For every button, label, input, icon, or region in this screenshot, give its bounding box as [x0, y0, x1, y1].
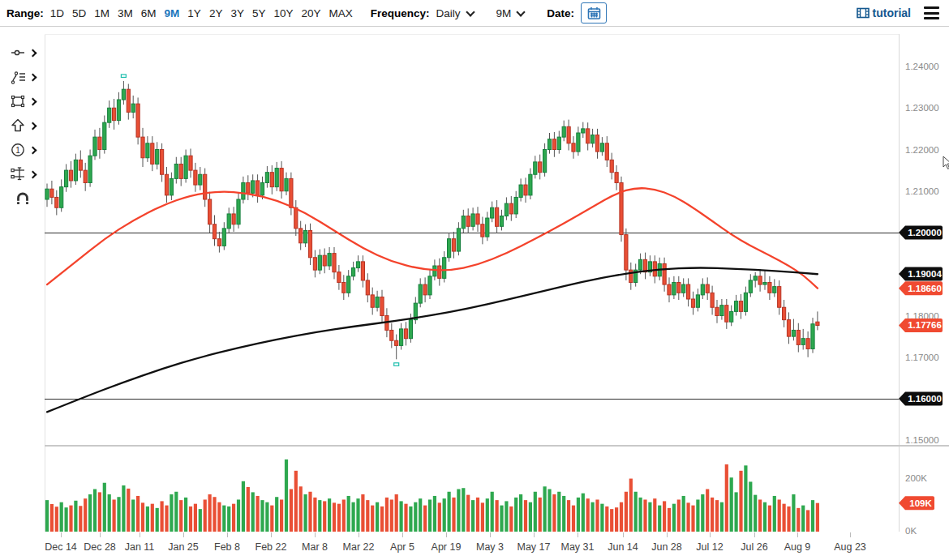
date-picker-button[interactable] — [581, 2, 607, 24]
volume-bar — [534, 492, 537, 532]
volume-bar — [342, 499, 346, 532]
candle — [189, 156, 192, 170]
candle — [562, 126, 565, 137]
volume-bar — [265, 502, 268, 532]
candle — [237, 199, 240, 224]
magnet-tool[interactable] — [14, 186, 32, 211]
period-select[interactable]: 9M — [496, 7, 525, 19]
candle — [242, 183, 245, 200]
candle — [778, 287, 781, 308]
volume-bar — [591, 502, 595, 532]
volume-bar — [668, 508, 671, 532]
range-6m[interactable]: 6M — [141, 7, 157, 19]
range-1m[interactable]: 1M — [94, 7, 110, 19]
volume-bar — [783, 504, 786, 532]
volume-bar — [55, 507, 58, 532]
volume-bar — [333, 502, 336, 532]
pattern-annotation-tool[interactable] — [10, 65, 36, 89]
date-label: Date: — [547, 7, 574, 19]
volume-bar — [93, 489, 97, 532]
candle — [572, 143, 575, 152]
volume-bar — [778, 499, 781, 532]
candle — [754, 276, 757, 280]
range-1d[interactable]: 1D — [50, 7, 64, 19]
indicator-settings-tool[interactable] — [10, 162, 36, 186]
volume-bar — [308, 492, 311, 532]
range-10y[interactable]: 10Y — [273, 7, 293, 19]
shape-tool[interactable] — [10, 89, 36, 113]
candle — [337, 272, 341, 283]
volume-bar — [318, 500, 321, 532]
price-chart-svg[interactable]: 1.240001.230001.220001.210001.180001.170… — [45, 27, 949, 560]
price-tick-label: 1.22000 — [905, 145, 939, 155]
candle — [615, 173, 618, 183]
volume-bar — [600, 504, 603, 532]
arrow-tool[interactable] — [10, 113, 36, 138]
volume-bar — [304, 494, 307, 532]
candle — [409, 320, 412, 339]
candle — [715, 307, 719, 315]
volume-bar — [170, 494, 173, 532]
volume-bar — [725, 464, 728, 532]
volume-bar — [194, 504, 197, 532]
volume-bar — [452, 498, 455, 532]
range-9m[interactable]: 9M — [165, 7, 180, 19]
volume-bar — [509, 507, 513, 532]
range-max[interactable]: MAX — [328, 7, 352, 19]
magnet-icon — [14, 190, 32, 207]
range-5y[interactable]: 5Y — [252, 7, 266, 19]
chart-area[interactable]: 1.240001.230001.220001.210001.180001.170… — [45, 27, 949, 560]
panel-separator[interactable] — [45, 445, 949, 447]
candle — [79, 160, 82, 170]
volume-bar — [199, 509, 202, 532]
trendline-tool[interactable] — [10, 41, 36, 65]
volume-bar — [797, 508, 800, 532]
candle — [462, 216, 465, 229]
range-1y[interactable]: 1Y — [187, 7, 201, 19]
date-label: Jul 26 — [741, 541, 767, 553]
candle — [98, 137, 101, 149]
volume-bar — [45, 500, 49, 532]
candle — [290, 178, 293, 207]
volume-bar — [347, 496, 350, 532]
volume-bar — [376, 502, 379, 532]
candle — [131, 104, 135, 112]
candle — [610, 160, 613, 172]
price-badge-label: 1.19004 — [908, 269, 942, 279]
candle — [600, 143, 603, 152]
candle — [313, 258, 316, 270]
candle — [582, 129, 585, 133]
candle — [400, 329, 403, 346]
candle — [668, 284, 671, 295]
volume-bar — [260, 500, 264, 532]
range-3y[interactable]: 3Y — [230, 7, 244, 19]
candle — [347, 276, 350, 293]
chevron-right-icon — [28, 170, 36, 178]
volume-bar — [643, 499, 646, 532]
volume-bar — [539, 498, 542, 532]
volume-bar — [625, 492, 628, 532]
volume-bar — [715, 500, 719, 532]
arrow-up-icon — [10, 118, 26, 134]
volume-bar — [811, 500, 814, 532]
range-3m[interactable]: 3M — [118, 7, 133, 19]
volume-bar — [217, 502, 221, 532]
date-label: Aug 9 — [784, 541, 811, 553]
candle — [141, 137, 144, 158]
menu-button[interactable] — [924, 5, 939, 20]
candle — [787, 320, 790, 337]
candle — [543, 150, 547, 173]
tutorial-link[interactable]: tutorial — [857, 6, 911, 19]
date-label: Dec 28 — [84, 541, 116, 553]
range-20y[interactable]: 20Y — [301, 7, 320, 19]
chevron-right-icon — [28, 146, 36, 154]
candle — [136, 104, 140, 137]
frequency-select[interactable]: Daily — [436, 7, 474, 19]
price-badge-label: 1.20000 — [908, 228, 942, 237]
range-2y[interactable]: 2Y — [209, 7, 223, 19]
number-annotation-tool[interactable]: 1 — [10, 138, 36, 162]
candle — [749, 280, 752, 293]
range-5d[interactable]: 5D — [72, 7, 86, 19]
candle — [251, 181, 255, 193]
volume-bar — [113, 499, 116, 532]
